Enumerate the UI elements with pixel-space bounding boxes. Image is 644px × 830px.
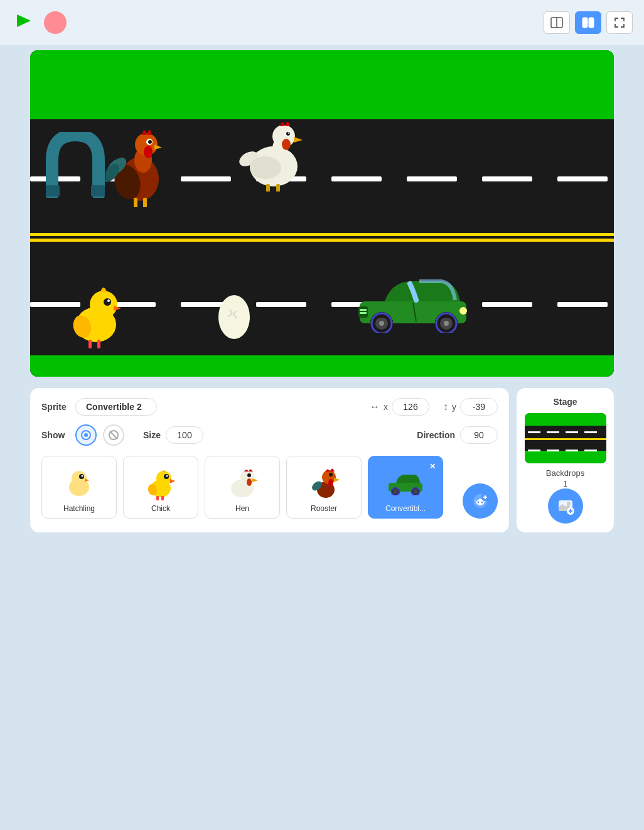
svg-rect-33 [143, 198, 147, 207]
svg-point-48 [104, 298, 111, 306]
size-group: Size 100 [143, 426, 203, 444]
size-value-field[interactable]: 100 [166, 426, 203, 444]
chick-thumb-img [142, 464, 180, 502]
svg-rect-106 [566, 431, 578, 433]
svg-rect-20 [557, 302, 608, 307]
sprite-thumb-hen[interactable]: Hen [205, 456, 280, 519]
stage-thumbnail[interactable] [525, 413, 606, 463]
sprite-info-panel: Sprite Convertible 2 ↔ x 126 ↕ y -39 Sho… [30, 388, 509, 532]
svg-point-63 [459, 307, 467, 315]
svg-point-95 [413, 489, 418, 494]
show-visible-button[interactable] [75, 424, 97, 446]
svg-rect-9 [331, 176, 382, 181]
svg-rect-3 [582, 18, 588, 28]
svg-point-59 [379, 321, 384, 326]
grass-bottom [30, 355, 614, 377]
arch-sprite [46, 132, 109, 201]
svg-point-47 [90, 291, 117, 318]
add-sprite-area [449, 456, 498, 519]
svg-point-74 [81, 475, 83, 477]
svg-rect-50 [89, 340, 92, 348]
sprite-text-label: Sprite [41, 402, 69, 412]
y-axis-icon: ↕ [443, 401, 448, 412]
svg-rect-110 [566, 450, 578, 451]
y-value-field[interactable]: -39 [460, 398, 498, 416]
svg-rect-22 [91, 185, 105, 197]
y-axis-label: y [452, 402, 456, 412]
svg-point-99 [478, 502, 480, 504]
stage-thumb-road [525, 426, 606, 451]
view-split-button[interactable] [575, 11, 601, 34]
svg-point-49 [107, 299, 110, 302]
svg-point-29 [144, 146, 153, 158]
sprite-name-badge[interactable]: Convertible 2 [75, 398, 157, 416]
svg-rect-32 [134, 198, 137, 207]
hen-thumb-img [223, 464, 261, 502]
svg-point-113 [567, 502, 571, 505]
svg-rect-104 [528, 431, 540, 433]
hatchling-label: Hatchling [63, 504, 95, 513]
svg-point-52 [218, 295, 250, 339]
svg-rect-105 [547, 431, 559, 433]
show-text-label: Show [41, 430, 69, 440]
sprites-row: Hatchling Chic [41, 456, 498, 519]
sprite-thumb-hatchling[interactable]: Hatchling [41, 456, 117, 519]
svg-rect-80 [156, 496, 159, 500]
svg-rect-16 [256, 302, 306, 307]
view-fullscreen-button[interactable] [606, 11, 633, 34]
road-divider [30, 232, 614, 242]
svg-point-100 [481, 502, 483, 504]
svg-rect-19 [482, 302, 532, 307]
svg-point-89 [328, 479, 333, 487]
toolbar-left [11, 10, 67, 35]
chick-label: Chick [151, 504, 170, 513]
svg-point-84 [247, 478, 252, 486]
green-flag-button[interactable] [11, 10, 36, 35]
svg-rect-56 [360, 312, 367, 314]
yellow-line-2 [30, 239, 614, 242]
direction-text-label: Direction [417, 430, 455, 440]
show-hidden-button[interactable] [103, 424, 124, 446]
hatchling-thumb-img [60, 464, 98, 502]
svg-point-79 [166, 475, 168, 477]
svg-point-42 [288, 132, 289, 134]
svg-point-93 [393, 489, 398, 494]
backdrops-label: Backdrops [546, 468, 584, 478]
stage-panel-title: Stage [553, 397, 577, 407]
add-sprite-button[interactable] [463, 483, 498, 519]
sprite-thumb-chick[interactable]: Chick [123, 456, 198, 519]
direction-value-field[interactable]: 90 [460, 426, 498, 444]
svg-rect-43 [266, 184, 270, 191]
add-backdrop-button[interactable] [548, 488, 583, 524]
svg-rect-12 [557, 176, 608, 181]
svg-point-77 [156, 471, 171, 486]
view-normal-button[interactable] [544, 11, 570, 34]
hen-sprite-stage [237, 110, 313, 194]
convertible-thumb-img [387, 464, 424, 502]
delete-sprite-badge[interactable]: ✕ [426, 460, 439, 473]
stop-button[interactable] [44, 11, 67, 34]
direction-group: Direction 90 [417, 426, 498, 444]
grass-top [30, 50, 614, 119]
rooster-label: Rooster [311, 504, 337, 513]
stage-thumb-green-top [525, 413, 606, 426]
svg-rect-81 [161, 496, 164, 500]
svg-point-41 [286, 132, 290, 136]
svg-point-39 [282, 139, 291, 150]
show-size-direction-row: Show Size 100 Direction 90 [41, 424, 498, 446]
svg-point-36 [250, 156, 281, 179]
x-value-field[interactable]: 126 [392, 398, 429, 416]
rooster-thumb-img [305, 464, 343, 502]
svg-rect-44 [276, 184, 280, 191]
svg-rect-21 [46, 185, 60, 197]
bottom-panel: Sprite Convertible 2 ↔ x 126 ↕ y -39 Sho… [30, 388, 614, 532]
svg-point-85 [247, 473, 251, 477]
sprite-thumb-rooster[interactable]: Rooster [286, 456, 362, 519]
chick-sprite-stage [65, 279, 127, 351]
stage-side-panel: Stage Backdrops 1 [517, 388, 614, 532]
sprite-name-row: Sprite Convertible 2 ↔ x 126 ↕ y -39 [41, 398, 498, 416]
sprite-thumb-convertible[interactable]: ✕ Convertibl... [368, 456, 443, 519]
stage-area [30, 50, 614, 377]
svg-rect-4 [589, 18, 594, 28]
svg-point-90 [329, 473, 333, 477]
